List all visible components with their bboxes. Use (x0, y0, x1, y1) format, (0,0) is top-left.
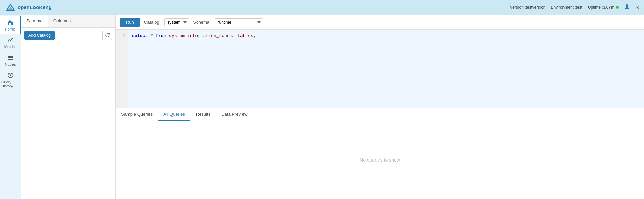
environment-info: Environment :test (551, 5, 582, 10)
tab-columns[interactable]: Columns (48, 15, 76, 27)
logo-text: openLooKeng (18, 4, 52, 10)
tab-results[interactable]: Results (190, 108, 216, 121)
main-layout: Home Metrics Nodes (0, 15, 644, 199)
tab-all-queries[interactable]: All Queries (158, 108, 190, 121)
bottom-content: No queries to show (116, 121, 644, 199)
sidebar-label-query-history: Query History (1, 80, 19, 88)
sidebar-item-metrics[interactable]: Metrics (0, 34, 21, 52)
sidebar-label-nodes: Nodes (5, 62, 16, 66)
status-dot (616, 6, 619, 9)
topbar: openLooKeng Version :testversion Environ… (0, 0, 644, 15)
refresh-button[interactable] (102, 31, 112, 40)
svg-rect-4 (8, 57, 13, 58)
topbar-info: Version :testversion Environment :test U… (510, 4, 639, 11)
left-panel-tabs: Schema Columns (21, 15, 115, 28)
home-icon (7, 19, 14, 26)
editor-toolbar: Run Catalog: system tpch tpcds Schema: r… (116, 15, 644, 30)
tab-sample-queries[interactable]: Sample Queries (116, 108, 158, 121)
sidebar-label-metrics: Metrics (4, 45, 16, 49)
user-label: lk (636, 5, 639, 10)
catalog-label: Catalog: (144, 20, 160, 25)
schema-select[interactable]: runtime information_schema sf1 (215, 18, 263, 26)
editor-area: Run Catalog: system tpch tpcds Schema: r… (116, 15, 644, 199)
logo-icon (5, 2, 16, 13)
add-catalog-button[interactable]: Add Catalog (24, 31, 55, 40)
code-editor[interactable]: 1 select * from system.information_schem… (116, 30, 644, 108)
empty-message: No queries to show (360, 157, 400, 163)
schema-label: Schema: (193, 20, 210, 25)
svg-point-2 (626, 4, 628, 7)
version-info: Version :testversion (510, 5, 546, 10)
refresh-icon (105, 33, 110, 38)
left-panel: Schema Columns Add Catalog (21, 15, 116, 199)
line-numbers: 1 (116, 30, 128, 108)
sidebar-item-home[interactable]: Home (0, 16, 21, 34)
bottom-tabs-bar: Sample Queries All Queries Results Data … (116, 108, 644, 121)
sidebar: Home Metrics Nodes (0, 15, 21, 199)
catalog-select[interactable]: system tpch tpcds (164, 18, 189, 26)
sidebar-item-nodes[interactable]: Nodes (0, 52, 21, 69)
sidebar-item-query-history[interactable]: Query History (0, 69, 21, 91)
metrics-icon (7, 37, 14, 43)
user-icon (624, 4, 630, 11)
tab-data-preview[interactable]: Data Preview (216, 108, 253, 121)
code-content[interactable]: select * from system.information_schema.… (128, 30, 644, 108)
uptime-info: Uptime :3.07m (588, 5, 619, 10)
tab-schema[interactable]: Schema (21, 15, 48, 27)
sidebar-label-home: Home (5, 27, 15, 31)
left-panel-toolbar: Add Catalog (21, 28, 115, 43)
nodes-icon (7, 54, 14, 61)
logo: openLooKeng (5, 2, 52, 13)
svg-rect-3 (8, 56, 13, 57)
run-button[interactable]: Run (120, 18, 140, 27)
svg-rect-5 (8, 59, 13, 60)
query-history-icon (7, 72, 14, 79)
